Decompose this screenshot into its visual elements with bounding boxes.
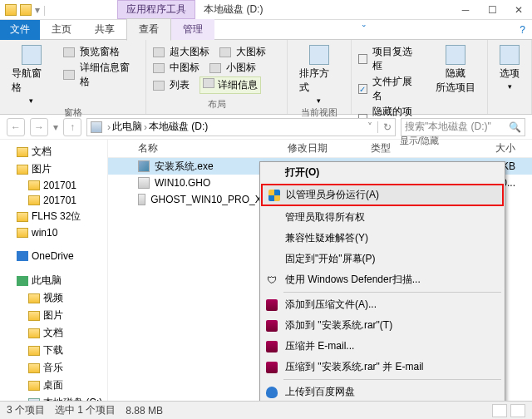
ribbon: 导航窗格 ▾ 预览窗格 详细信息窗格 窗格 超大图标大图标 中图标小图标 列表 … — [0, 40, 532, 115]
nav-pane-button[interactable]: 导航窗格 ▾ — [7, 43, 57, 106]
menu-compress-rar-email[interactable]: 压缩到 "安装系统.rar" 并 E-mail — [260, 357, 505, 377]
tree-docs2[interactable]: 文档 — [43, 326, 63, 340]
tree-201701a[interactable]: 201701 — [43, 180, 76, 191]
view-list[interactable]: 列表 — [170, 78, 190, 92]
menu-defender[interactable]: 🛡使用 Windows Defender扫描... — [260, 269, 505, 290]
maximize-button[interactable]: ☐ — [479, 2, 505, 18]
ribbon-group-layout: 超大图标大图标 中图标小图标 列表 详细信息 布局 — [146, 40, 287, 114]
search-input[interactable]: 搜索"本地磁盘 (D:)" 🔍 — [401, 118, 525, 136]
menu-separator — [283, 379, 501, 380]
tab-home[interactable]: 主页 — [40, 19, 83, 40]
tab-file[interactable]: 文件 — [0, 20, 40, 40]
group-label-layout: 布局 — [153, 98, 279, 111]
status-count: 3 个项目 — [7, 403, 45, 417]
ribbon-group-show-hide: 项目复选框 文件扩展名 隐藏的项目 隐藏 所选项目 显示/隐藏 — [352, 40, 488, 114]
ribbon-group-current-view: 排序方式 ▾ 当前视图 — [288, 40, 352, 114]
tab-share[interactable]: 共享 — [83, 19, 126, 40]
qat-icon — [20, 4, 32, 16]
details-pane-button[interactable]: 详细信息窗格 — [63, 61, 140, 89]
menu-run-as-admin[interactable]: 以管理员身份运行(A) — [261, 184, 504, 206]
menu-separator — [283, 292, 501, 293]
tree-down[interactable]: 下载 — [43, 343, 63, 357]
ribbon-group-panes: 导航窗格 ▾ 预览窗格 详细信息窗格 窗格 — [0, 40, 146, 114]
shield-icon — [268, 190, 280, 201]
col-type: 类型 — [364, 141, 431, 155]
tree-201701b[interactable]: 201701 — [43, 195, 76, 206]
view-details[interactable]: 详细信息 — [218, 79, 258, 91]
view-details-button[interactable] — [492, 404, 507, 417]
nav-tree[interactable]: 文档 图片 201701 201701 FLHS 32位 win10 OneDr… — [0, 140, 108, 406]
tree-desktop[interactable]: 桌面 — [43, 378, 63, 392]
context-tab-apptools[interactable]: 应用程序工具 — [117, 0, 195, 19]
title-bar: ▾ | 应用程序工具 本地磁盘 (D:) ─ ☐ ✕ — [0, 0, 532, 20]
menu-add-archive[interactable]: 添加到压缩文件(A)... — [260, 294, 505, 315]
tree-video[interactable]: 视频 — [43, 291, 63, 305]
divider: | — [43, 4, 46, 16]
status-selected: 选中 1 个项目 — [55, 403, 116, 417]
menu-compress-email[interactable]: 压缩并 E-mail... — [260, 336, 505, 357]
view-extra-large[interactable]: 超大图标 — [170, 45, 209, 59]
item-checkboxes-toggle[interactable] — [358, 54, 368, 64]
forward-button[interactable]: → — [30, 118, 48, 136]
history-dropdown-icon[interactable]: ▾ — [53, 121, 58, 133]
rar-icon — [266, 320, 278, 332]
tree-music[interactable]: 音乐 — [43, 361, 63, 375]
ribbon-collapse-icon[interactable]: ˇ — [356, 24, 372, 36]
tab-view[interactable]: 查看 — [126, 18, 171, 41]
exe-icon — [138, 160, 150, 172]
close-button[interactable]: ✕ — [505, 2, 532, 18]
tree-flhs[interactable]: FLHS 32位 — [32, 210, 81, 224]
up-button[interactable]: ↑ — [63, 118, 81, 136]
breadcrumb-thispc[interactable]: 此电脑 — [112, 120, 142, 134]
menu-pin-start[interactable]: 固定到"开始"屏幕(P) — [260, 249, 505, 269]
tree-thispc[interactable]: 此电脑 — [32, 274, 62, 288]
tree-pics[interactable]: 图片 — [32, 162, 52, 176]
refresh-icon[interactable]: ↻ — [377, 121, 392, 133]
context-menu: 打开(O) 以管理员身份运行(A) 管理员取得所有权 兼容性疑难解答(Y) 固定… — [259, 161, 505, 419]
menu-add-rar[interactable]: 添加到 "安装系统.rar"(T) — [260, 315, 505, 336]
sort-by-button[interactable]: 排序方式 ▾ — [294, 43, 344, 106]
view-thumbs-button[interactable] — [510, 404, 525, 417]
preview-pane-button[interactable]: 预览窗格 — [63, 45, 140, 59]
rar-icon — [266, 299, 278, 311]
tab-manage[interactable]: 管理 — [171, 19, 214, 40]
tree-onedrive[interactable]: OneDrive — [32, 250, 74, 262]
view-medium[interactable]: 中图标 — [170, 61, 200, 75]
col-name: 名称 — [131, 141, 281, 155]
minimize-button[interactable]: ─ — [452, 2, 479, 18]
tree-win10[interactable]: win10 — [32, 227, 57, 239]
menu-take-ownership[interactable]: 管理员取得所有权 — [260, 207, 505, 228]
tree-docs[interactable]: 文档 — [32, 145, 52, 159]
view-small[interactable]: 小图标 — [226, 61, 256, 75]
help-icon[interactable]: ? — [513, 24, 532, 36]
address-dropdown-icon[interactable]: ˅ — [367, 121, 372, 133]
gho-icon — [138, 177, 150, 189]
ribbon-group-options: 选项▾ — [488, 40, 532, 114]
menu-compat[interactable]: 兼容性疑难解答(Y) — [260, 228, 505, 249]
gho-icon — [138, 194, 145, 205]
col-size: 大小 — [431, 141, 532, 155]
breadcrumb-drive[interactable]: 本地磁盘 (D:) — [149, 120, 208, 134]
back-button[interactable]: ← — [7, 118, 25, 136]
col-modified: 修改日期 — [281, 141, 364, 155]
search-icon: 🔍 — [509, 121, 521, 133]
tree-pics2[interactable]: 图片 — [43, 308, 63, 323]
address-bar[interactable]: ›此电脑›本地磁盘 (D:) ˅ ↻ — [86, 118, 396, 136]
column-headers[interactable]: 名称 修改日期 类型 大小 — [108, 140, 532, 158]
rar-icon — [266, 362, 278, 373]
view-large[interactable]: 大图标 — [236, 45, 266, 59]
window-title: 本地磁盘 (D:) — [204, 2, 263, 17]
ribbon-tabs: 文件 主页 共享 查看 管理 ˇ ? — [0, 20, 532, 40]
options-button[interactable]: 选项▾ — [495, 43, 525, 92]
status-size: 8.88 MB — [126, 405, 163, 417]
menu-baidu[interactable]: 上传到百度网盘 — [260, 382, 505, 402]
menu-open[interactable]: 打开(O) — [260, 162, 505, 183]
quick-access-toolbar: ▾ | — [0, 4, 51, 16]
drive-icon — [91, 121, 102, 133]
qat-dropdown-icon[interactable]: ▾ — [35, 4, 40, 16]
cloud-icon — [266, 387, 278, 398]
rar-icon — [266, 341, 278, 352]
file-extensions-toggle[interactable] — [358, 84, 368, 94]
folder-icon — [5, 4, 17, 16]
defender-icon: 🛡 — [265, 274, 278, 287]
